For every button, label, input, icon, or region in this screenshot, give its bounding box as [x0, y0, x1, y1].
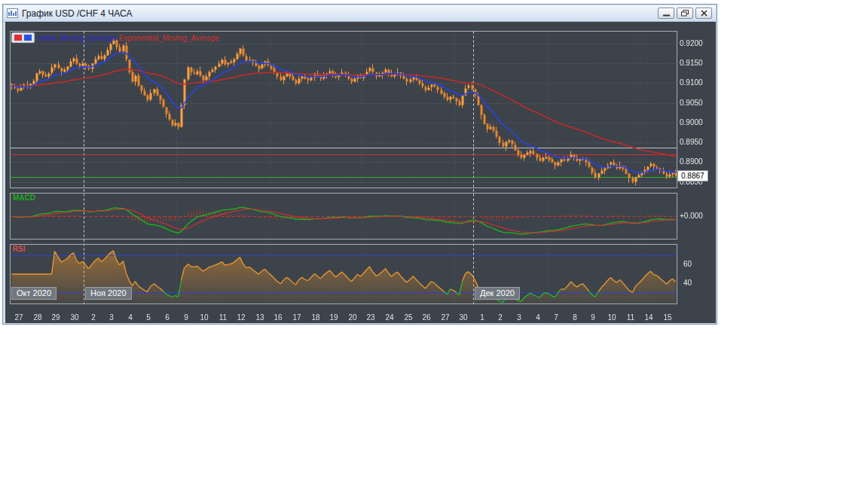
- window-controls: [658, 8, 712, 19]
- minimize-button[interactable]: [658, 8, 674, 19]
- desktop-background: График USD /CHF 4 ЧАСА: [0, 0, 868, 488]
- chart-client-area: ential_Moving_Average Exponential_Moving…: [5, 22, 716, 323]
- chart-canvas[interactable]: [5, 22, 716, 323]
- restore-button[interactable]: [677, 8, 693, 19]
- bar-chart-icon: [7, 8, 18, 18]
- close-icon: [701, 10, 708, 17]
- window-title: График USD /CHF 4 ЧАСА: [22, 8, 658, 19]
- minimize-icon: [663, 10, 670, 17]
- window-titlebar[interactable]: График USD /CHF 4 ЧАСА: [4, 5, 716, 22]
- restore-icon: [681, 10, 689, 17]
- chart-window: График USD /CHF 4 ЧАСА: [2, 4, 717, 325]
- close-button[interactable]: [695, 8, 712, 19]
